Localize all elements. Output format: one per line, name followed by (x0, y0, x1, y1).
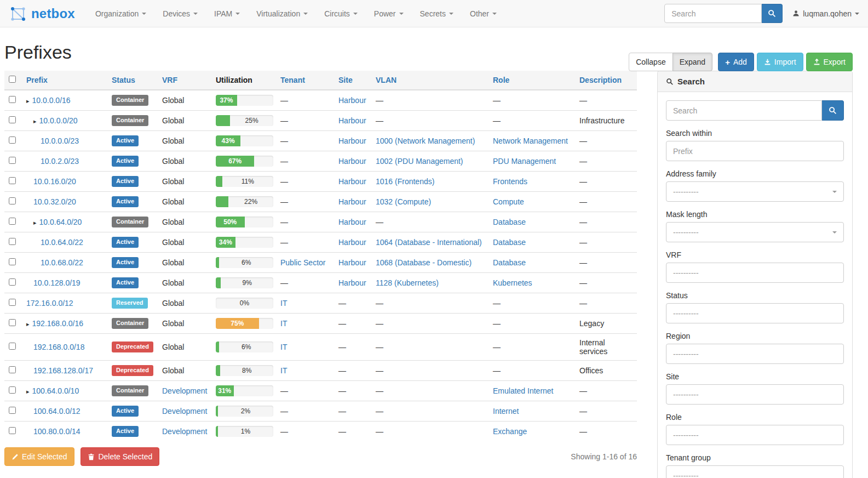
role-link[interactable]: Database (493, 238, 526, 247)
row-checkbox[interactable] (9, 116, 16, 123)
role-link[interactable]: Compute (493, 197, 524, 206)
role-link[interactable]: Database (493, 258, 526, 267)
export-button[interactable]: Export (806, 53, 853, 71)
prefix-link[interactable]: 10.0.64.0/22 (41, 238, 83, 247)
site-link[interactable]: Harbour (338, 238, 366, 247)
triangle-right-icon[interactable]: ▸ (26, 321, 30, 327)
row-checkbox[interactable] (9, 319, 16, 326)
prefix-link[interactable]: 10.0.2.0/23 (41, 157, 79, 166)
edit-selected-button[interactable]: Edit Selected (4, 447, 74, 466)
filter-field-region[interactable]: ---------- (666, 344, 844, 364)
prefix-link[interactable]: 172.16.0.0/12 (26, 299, 73, 308)
prefix-link[interactable]: 10.0.16.0/20 (33, 177, 76, 186)
site-link[interactable]: Harbour (338, 157, 366, 166)
nav-menu-organization[interactable]: Organization (87, 0, 154, 27)
tenant-link[interactable]: IT (280, 299, 287, 308)
site-link[interactable]: Harbour (338, 218, 366, 226)
site-link[interactable]: Harbour (338, 96, 366, 105)
nav-menu-devices[interactable]: Devices (154, 0, 206, 27)
row-checkbox[interactable] (9, 197, 16, 204)
row-checkbox[interactable] (9, 386, 16, 394)
vrf-link[interactable]: Development (162, 427, 208, 436)
filter-input-search-within[interactable] (666, 141, 844, 161)
nav-menu-power[interactable]: Power (366, 0, 412, 27)
tenant-link[interactable]: IT (280, 319, 287, 328)
row-checkbox[interactable] (9, 343, 16, 350)
column-header-prefix[interactable]: Prefix (22, 71, 107, 90)
vrf-link[interactable]: Development (162, 407, 208, 416)
prefix-link[interactable]: 100.64.0.0/10 (32, 386, 79, 395)
prefix-link[interactable]: 10.0.64.0/20 (39, 218, 82, 226)
row-checkbox[interactable] (9, 96, 16, 103)
prefix-link[interactable]: 10.0.32.0/20 (33, 197, 76, 206)
sidebar-search-button[interactable] (822, 100, 844, 121)
filter-select-address-family[interactable]: ---------- (666, 181, 844, 202)
site-link[interactable]: Harbour (338, 197, 366, 206)
prefix-link[interactable]: 100.80.0.0/14 (33, 427, 81, 436)
vlan-link[interactable]: 1032 (Compute) (376, 197, 431, 206)
vlan-link[interactable]: 1064 (Database - International) (376, 238, 482, 247)
row-checkbox[interactable] (9, 258, 16, 265)
role-link[interactable]: PDU Management (493, 157, 556, 166)
vlan-link[interactable]: 1068 (Database - Domestic) (376, 258, 472, 267)
nav-menu-other[interactable]: Other (462, 0, 505, 27)
site-link[interactable]: Harbour (338, 136, 366, 145)
column-header-description[interactable]: Description (575, 71, 637, 90)
triangle-right-icon[interactable]: ▸ (33, 219, 37, 226)
row-checkbox[interactable] (9, 218, 16, 225)
prefix-link[interactable]: 10.0.68.0/22 (41, 258, 83, 267)
row-checkbox[interactable] (9, 136, 16, 144)
filter-field-tenant-group[interactable]: ---------- (666, 465, 844, 478)
filter-field-vrf[interactable]: ---------- (666, 263, 844, 283)
triangle-right-icon[interactable]: ▸ (33, 118, 37, 124)
sidebar-search-input[interactable] (666, 100, 822, 121)
tenant-link[interactable]: IT (280, 366, 287, 375)
select-all-checkbox[interactable] (9, 76, 16, 83)
import-button[interactable]: Import (757, 53, 803, 71)
column-header-vrf[interactable]: VRF (158, 71, 211, 90)
role-link[interactable]: Network Management (493, 136, 568, 145)
nav-menu-ipam[interactable]: IPAM (206, 0, 248, 27)
tenant-link[interactable]: Public Sector (280, 258, 325, 267)
vlan-link[interactable]: 1000 (Network Management) (376, 136, 475, 145)
site-link[interactable]: Harbour (338, 258, 366, 267)
filter-field-site[interactable]: ---------- (666, 384, 844, 405)
row-checkbox[interactable] (9, 299, 16, 306)
tenant-link[interactable]: IT (280, 343, 287, 351)
delete-selected-button[interactable]: Delete Selected (81, 447, 159, 466)
role-link[interactable]: Emulated Internet (493, 386, 554, 395)
site-link[interactable]: Harbour (338, 278, 366, 287)
expand-button[interactable]: Expand (672, 53, 712, 71)
vlan-link[interactable]: 1128 (Kubernetes) (376, 278, 439, 287)
search-button[interactable] (762, 4, 783, 23)
row-checkbox[interactable] (9, 407, 16, 414)
prefix-link[interactable]: 10.0.128.0/19 (33, 278, 81, 287)
vlan-link[interactable]: 1002 (PDU Management) (376, 157, 463, 166)
role-link[interactable]: Kubernetes (493, 278, 532, 287)
prefix-link[interactable]: 192.168.0.0/16 (32, 319, 83, 328)
vrf-link[interactable]: Development (162, 386, 208, 395)
row-checkbox[interactable] (9, 157, 16, 164)
column-header-tenant[interactable]: Tenant (276, 71, 334, 90)
role-link[interactable]: Exchange (493, 427, 527, 436)
vlan-link[interactable]: 1016 (Frontends) (376, 177, 434, 186)
column-header-site[interactable]: Site (334, 71, 371, 90)
nav-menu-circuits[interactable]: Circuits (316, 0, 366, 27)
role-link[interactable]: Frontends (493, 177, 527, 186)
prefix-link[interactable]: 192.168.128.0/17 (33, 366, 93, 375)
prefix-link[interactable]: 10.0.0.0/20 (39, 116, 78, 125)
role-link[interactable]: Internet (493, 407, 519, 416)
prefix-link[interactable]: 10.0.0.0/16 (32, 96, 71, 105)
column-header-status[interactable]: Status (107, 71, 158, 90)
filter-field-role[interactable]: ---------- (666, 425, 844, 445)
row-checkbox[interactable] (9, 427, 16, 434)
filter-field-status[interactable]: ---------- (666, 303, 844, 323)
site-link[interactable]: Harbour (338, 116, 366, 125)
collapse-button[interactable]: Collapse (629, 53, 672, 71)
triangle-right-icon[interactable]: ▸ (26, 98, 30, 104)
search-input[interactable] (664, 4, 762, 23)
row-checkbox[interactable] (9, 278, 16, 286)
prefix-link[interactable]: 192.168.0.0/18 (33, 343, 84, 351)
row-checkbox[interactable] (9, 238, 16, 245)
column-header-role[interactable]: Role (488, 71, 575, 90)
